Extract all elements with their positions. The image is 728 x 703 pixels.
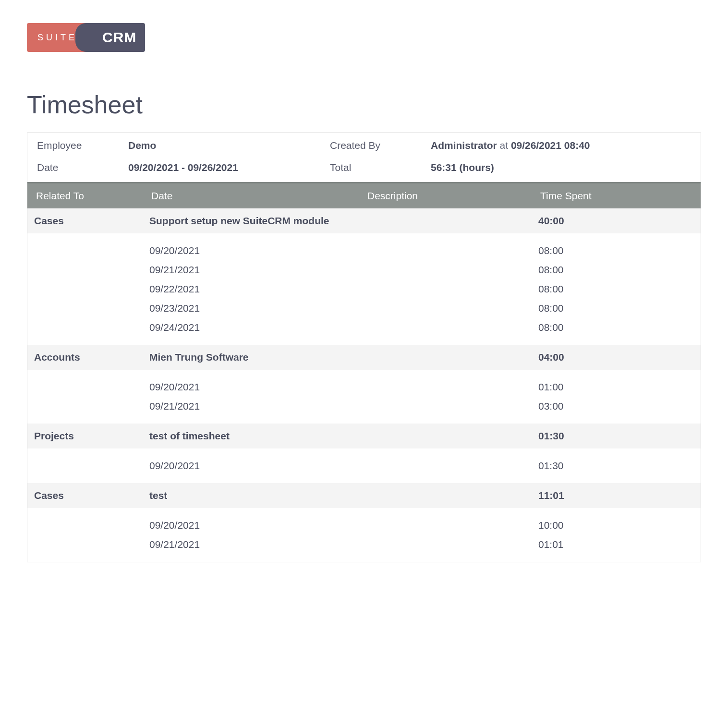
entry-date: 09/20/2021: [149, 381, 365, 393]
entry-related-blank: [34, 460, 149, 472]
timesheet-table: Related To Date Description Time Spent C…: [27, 182, 701, 562]
entry-date: 09/24/2021: [149, 322, 365, 333]
table-row: 09/20/202101:00: [27, 374, 701, 397]
entry-date: 09/21/2021: [149, 539, 365, 550]
group-total: 04:00: [524, 352, 694, 363]
entry-time: 08:00: [524, 322, 694, 333]
app-logo: SUITE CRM: [27, 23, 145, 52]
date-value: 09/20/2021 - 09/26/2021: [128, 162, 330, 173]
group-description: test: [149, 490, 524, 501]
entry-date: 09/20/2021: [149, 245, 365, 256]
created-by-name: Administrator: [431, 140, 497, 151]
group-row: Projectstest of timesheet01:30: [27, 424, 701, 448]
table-row: 09/24/202108:00: [27, 318, 701, 341]
created-by-at: at: [497, 140, 511, 151]
group-total: 11:01: [524, 490, 694, 501]
entry-description-blank: [365, 520, 524, 531]
entry-time: 01:01: [524, 539, 694, 550]
entries-block: 09/20/202101:0009/21/202103:00: [27, 370, 701, 424]
entry-time: 10:00: [524, 520, 694, 531]
employee-value: Demo: [128, 140, 330, 151]
entry-description-blank: [365, 460, 524, 472]
entries-block: 09/20/202101:30: [27, 448, 701, 483]
entry-description-blank: [365, 245, 524, 256]
column-header-description: Description: [367, 190, 526, 202]
created-by-value: Administrator at 09/26/2021 08:40: [431, 140, 691, 151]
group-row: AccountsMien Trung Software04:00: [27, 345, 701, 370]
column-header-date: Date: [151, 190, 367, 202]
group-related-to: Projects: [34, 430, 149, 442]
entry-description-blank: [365, 264, 524, 276]
entry-date: 09/22/2021: [149, 283, 365, 295]
summary-row-1: Employee Demo Created By Administrator a…: [27, 133, 701, 158]
group-row: Casestest11:01: [27, 483, 701, 508]
group-related-to: Accounts: [34, 352, 149, 363]
created-by-label: Created By: [330, 140, 431, 151]
entry-time: 08:00: [524, 303, 694, 314]
group-total: 40:00: [524, 215, 694, 227]
table-row: 09/21/202108:00: [27, 260, 701, 279]
group-total: 01:30: [524, 430, 694, 442]
entry-related-blank: [34, 245, 149, 256]
entry-time: 01:00: [524, 381, 694, 393]
table-row: 09/22/202108:00: [27, 279, 701, 299]
group-related-to: Cases: [34, 215, 149, 227]
total-label: Total: [330, 162, 431, 173]
entry-related-blank: [34, 520, 149, 531]
entry-time: 08:00: [524, 283, 694, 295]
entry-related-blank: [34, 400, 149, 412]
total-value: 56:31 (hours): [431, 162, 691, 173]
group-related-to: Cases: [34, 490, 149, 501]
group-description: test of timesheet: [149, 430, 524, 442]
table-row: 09/23/202108:00: [27, 299, 701, 318]
entry-time: 03:00: [524, 400, 694, 412]
table-header: Related To Date Description Time Spent: [27, 182, 701, 208]
entries-block: 09/20/202110:0009/21/202101:01: [27, 508, 701, 562]
entry-description-blank: [365, 322, 524, 333]
table-row: 09/21/202103:00: [27, 397, 701, 420]
summary-row-2: Date 09/20/2021 - 09/26/2021 Total 56:31…: [27, 158, 701, 182]
entry-date: 09/21/2021: [149, 264, 365, 276]
group-row: CasesSupport setup new SuiteCRM module40…: [27, 208, 701, 233]
entry-date: 09/21/2021: [149, 400, 365, 412]
entry-description-blank: [365, 400, 524, 412]
entry-date: 09/23/2021: [149, 303, 365, 314]
employee-label: Employee: [37, 140, 128, 151]
summary-panel: Employee Demo Created By Administrator a…: [27, 133, 701, 182]
entry-date: 09/20/2021: [149, 460, 365, 472]
column-header-related-to: Related To: [36, 190, 151, 202]
entry-time: 08:00: [524, 245, 694, 256]
entry-related-blank: [34, 322, 149, 333]
entry-description-blank: [365, 539, 524, 550]
entry-description-blank: [365, 283, 524, 295]
logo-text-crm: CRM: [86, 23, 145, 52]
table-row: 09/20/202101:30: [27, 452, 701, 479]
entry-date: 09/20/2021: [149, 520, 365, 531]
entry-description-blank: [365, 381, 524, 393]
entry-time: 01:30: [524, 460, 694, 472]
page-title: Timesheet: [27, 90, 701, 119]
entry-related-blank: [34, 539, 149, 550]
table-body: CasesSupport setup new SuiteCRM module40…: [27, 208, 701, 562]
group-description: Mien Trung Software: [149, 352, 524, 363]
created-by-datetime: 09/26/2021 08:40: [511, 140, 590, 151]
entry-description-blank: [365, 303, 524, 314]
entry-related-blank: [34, 381, 149, 393]
column-header-time-spent: Time Spent: [526, 190, 692, 202]
entry-time: 08:00: [524, 264, 694, 276]
table-row: 09/20/202108:00: [27, 237, 701, 260]
entry-related-blank: [34, 283, 149, 295]
entries-block: 09/20/202108:0009/21/202108:0009/22/2021…: [27, 233, 701, 345]
group-description: Support setup new SuiteCRM module: [149, 215, 524, 227]
table-row: 09/21/202101:01: [27, 535, 701, 558]
entry-related-blank: [34, 303, 149, 314]
entry-related-blank: [34, 264, 149, 276]
table-row: 09/20/202110:00: [27, 512, 701, 535]
date-label: Date: [37, 162, 128, 173]
